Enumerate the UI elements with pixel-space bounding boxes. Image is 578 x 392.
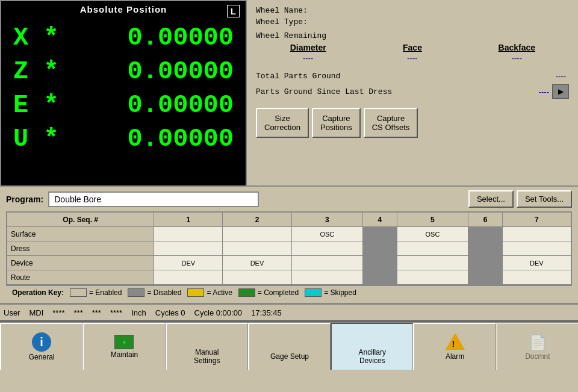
program-label: Program: xyxy=(6,194,43,204)
info-panel: Wheel Name: Wheel Type: Wheel Remaining … xyxy=(247,0,578,185)
row-label: Device xyxy=(7,256,154,270)
position-display: Absolute Position L X *0.00000Z *0.00000… xyxy=(0,0,247,187)
col-header-3: 3 xyxy=(291,213,363,227)
alarm-button[interactable]: Alarm xyxy=(413,323,496,370)
face-header: Face xyxy=(360,43,464,52)
stats-section: Total Parts Ground ---- Parts Ground Sin… xyxy=(256,72,569,99)
enabled-box xyxy=(70,288,87,297)
completed-box xyxy=(238,288,255,297)
manual-settings-button[interactable]: ManualSettings xyxy=(166,323,248,370)
enabled-label: = Enabled xyxy=(89,288,122,297)
col-header-7: 7 xyxy=(502,213,571,227)
diameter-value: ---- xyxy=(256,54,360,63)
status-bar: User MDI **** *** *** **** Inch Cycles 0… xyxy=(0,303,578,322)
select-button[interactable]: Select... xyxy=(468,190,514,208)
status-unit: Inch xyxy=(131,308,146,317)
table-cell: OSC xyxy=(291,227,363,241)
program-buttons: Select... Set Tools... xyxy=(468,190,572,208)
wheel-type-label: Wheel Type: xyxy=(256,17,340,26)
pos-value: 0.00000 xyxy=(61,23,234,52)
table-cell xyxy=(502,227,571,241)
table-cell: DEV xyxy=(502,256,571,270)
table-cell xyxy=(468,241,503,256)
table-cell xyxy=(468,270,503,285)
general-button[interactable]: i General xyxy=(0,323,82,370)
table-cell xyxy=(397,241,468,256)
maintain-icon: ▪ xyxy=(114,335,134,349)
table-cell: DEV xyxy=(154,256,223,270)
key-skipped: = Skipped xyxy=(305,288,356,297)
manual-settings-label: ManualSettings xyxy=(194,348,220,365)
size-correction-button[interactable]: SizeCorrection xyxy=(256,108,309,138)
table-cell xyxy=(363,256,397,270)
table-cell xyxy=(502,241,571,256)
toolbar: i General ▪ Maintain ManualSettings Gage… xyxy=(0,322,578,370)
position-rows: X *0.00000Z *0.00000E *0.00000U *0.00000 xyxy=(1,17,246,164)
capture-cs-button[interactable]: CaptureCS Offsets xyxy=(364,108,418,138)
table-row: DeviceDEVDEVDEV xyxy=(7,256,571,270)
row-label: Surface xyxy=(7,227,154,241)
backface-value: ---- xyxy=(465,54,569,63)
table-cell: DEV xyxy=(223,256,291,270)
table-cell xyxy=(223,270,291,285)
pos-label: U * xyxy=(13,125,61,154)
key-disabled: = Disabled xyxy=(128,288,181,297)
position-title: Absolute Position xyxy=(1,1,246,17)
key-active: = Active xyxy=(187,288,232,297)
docmnt-button[interactable]: 📄 Docmnt xyxy=(496,323,578,370)
table-row: Dress xyxy=(7,241,571,256)
disabled-box xyxy=(128,288,144,297)
position-row: E *0.00000 xyxy=(13,91,234,120)
gage-setup-button[interactable]: Gage Setup xyxy=(248,323,331,370)
table-cell xyxy=(223,241,291,256)
col-header-2: 2 xyxy=(223,213,291,227)
pos-value: 0.00000 xyxy=(61,125,234,154)
wr-values: ---- ---- ---- xyxy=(256,54,569,63)
table-cell xyxy=(291,270,363,285)
operation-key: Operation Key: = Enabled = Disabled = Ac… xyxy=(6,285,572,299)
wheel-remaining-section: Wheel Remaining Diameter Face Backface -… xyxy=(256,31,569,63)
pos-value: 0.00000 xyxy=(61,91,234,120)
middle-section: Program: Double Bore Select... Set Tools… xyxy=(0,187,578,303)
pos-label: E * xyxy=(13,91,61,120)
skipped-box xyxy=(305,288,322,297)
wheel-name-label: Wheel Name: xyxy=(256,6,340,15)
backface-header: Backface xyxy=(465,43,569,52)
op-table: Op. Seq. #1234567SurfaceOSCOSCDressDevic… xyxy=(7,212,571,285)
status-user: User xyxy=(4,308,20,317)
diameter-header: Diameter xyxy=(256,43,360,52)
parts-since-value: ---- xyxy=(539,87,549,96)
status-field1: **** xyxy=(52,308,64,317)
capture-positions-button[interactable]: CapturePositions xyxy=(312,108,361,138)
table-cell xyxy=(363,241,397,256)
docmnt-label: Docmnt xyxy=(525,352,550,361)
program-row: Program: Double Bore Select... Set Tools… xyxy=(6,190,572,208)
total-parts-row: Total Parts Ground ---- xyxy=(256,72,569,81)
maintain-button[interactable]: ▪ Maintain xyxy=(82,323,165,370)
face-value: ---- xyxy=(360,54,464,63)
table-cell xyxy=(223,227,291,241)
total-parts-label: Total Parts Ground xyxy=(256,72,556,81)
l-label: L xyxy=(227,5,240,17)
play-button[interactable]: ▶ xyxy=(552,84,569,99)
pos-value: 0.00000 xyxy=(61,57,234,86)
position-row: X *0.00000 xyxy=(13,23,234,52)
table-row: Route xyxy=(7,270,571,285)
parts-since-row: Parts Ground Since Last Dress ---- ▶ xyxy=(256,84,569,99)
status-field3: *** xyxy=(92,308,101,317)
table-cell xyxy=(397,270,468,285)
program-name: Double Bore xyxy=(48,191,259,207)
row-label: Dress xyxy=(7,241,154,256)
alarm-icon xyxy=(446,333,465,350)
ancillary-devices-button[interactable]: AncillaryDevices xyxy=(331,323,413,370)
table-cell xyxy=(468,227,503,241)
docmnt-icon: 📄 xyxy=(529,333,547,352)
ancillary-devices-label: AncillaryDevices xyxy=(359,348,386,365)
col-header-4: 4 xyxy=(363,213,397,227)
skipped-label: = Skipped xyxy=(324,288,356,297)
set-tools-button[interactable]: Set Tools... xyxy=(517,190,572,208)
pos-label: Z * xyxy=(13,57,61,86)
active-box xyxy=(187,288,204,297)
parts-since-label: Parts Ground Since Last Dress xyxy=(256,87,539,96)
op-table-container: Op. Seq. #1234567SurfaceOSCOSCDressDevic… xyxy=(6,211,572,285)
